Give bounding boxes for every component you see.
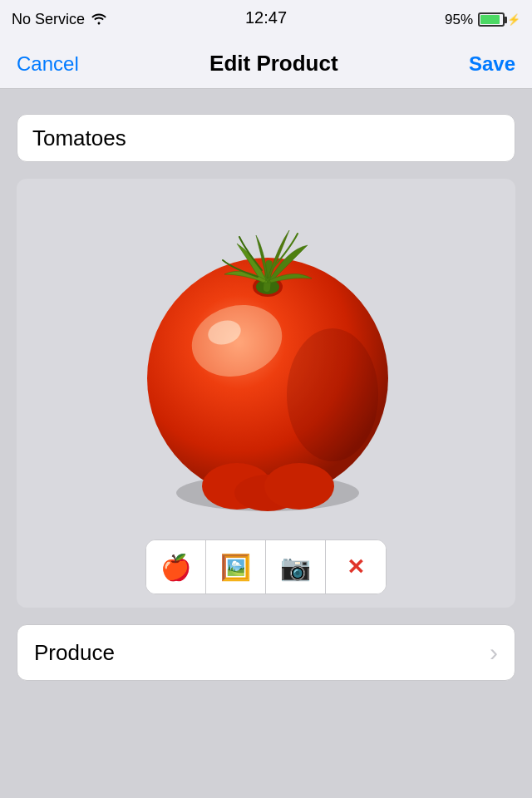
status-time: 12:47	[245, 8, 287, 27]
nav-bar: Cancel Edit Product Save	[0, 39, 532, 89]
status-left: No Service	[12, 11, 108, 28]
bolt-icon: ⚡	[507, 13, 520, 26]
chevron-right-icon: ›	[490, 638, 498, 667]
battery-percent: 95%	[445, 12, 473, 28]
page-title: Edit Product	[209, 51, 338, 76]
delete-image-button[interactable]: ✕	[326, 540, 386, 594]
wifi-icon	[90, 11, 108, 28]
pick-fruit-button[interactable]: 🍎	[146, 540, 206, 594]
content: 🍎 🖼️ 📷 ✕ Produce ›	[0, 89, 532, 697]
cancel-button[interactable]: Cancel	[17, 52, 79, 76]
status-bar: No Service 12:47 95% ⚡	[0, 0, 532, 39]
status-right: 95% ⚡	[445, 12, 520, 28]
battery-container: ⚡	[478, 12, 520, 27]
take-photo-button[interactable]: 📷	[266, 540, 326, 594]
category-row[interactable]: Produce ›	[17, 624, 515, 681]
svg-point-10	[287, 328, 378, 461]
battery-icon	[478, 12, 505, 27]
pick-photo-button[interactable]: 🖼️	[206, 540, 266, 594]
no-service-label: No Service	[12, 11, 85, 28]
category-label: Produce	[34, 640, 115, 666]
svg-point-4	[264, 463, 334, 510]
save-button[interactable]: Save	[469, 52, 515, 76]
image-area: 🍎 🖼️ 📷 ✕	[17, 179, 515, 608]
product-name-input[interactable]	[17, 114, 515, 162]
tomato-image	[100, 195, 432, 528]
battery-fill	[480, 15, 500, 24]
image-toolbar: 🍎 🖼️ 📷 ✕	[145, 539, 387, 594]
